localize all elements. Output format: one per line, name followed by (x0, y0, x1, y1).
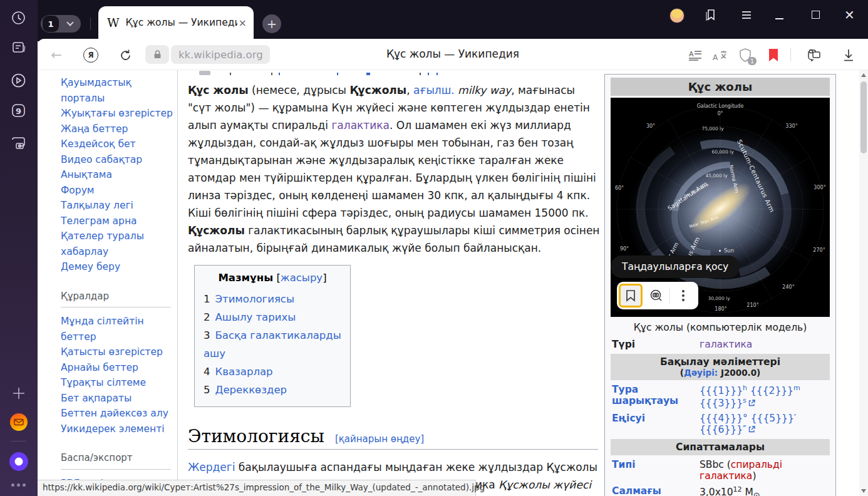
tab-strip: 1 W Құс жолы — Уикипедия × + ✕ (38, 0, 868, 41)
bookmark-active-icon[interactable] (765, 47, 782, 63)
toc-title: Мазмұны (218, 272, 273, 284)
scroll-up-arrow[interactable] (861, 73, 866, 77)
download-icon[interactable] (840, 47, 857, 63)
toc-item: 5Дереккөздер (204, 381, 341, 399)
tab-close-icon[interactable]: × (239, 17, 247, 29)
infobox-row-dec: Еңісуі {{{4}}}° {{{5}}}′ {{{6}}}″ (611, 411, 830, 437)
new-tab-button[interactable]: + (262, 14, 281, 33)
window-minimize-button[interactable] (775, 18, 783, 19)
section-heading-row: Этимологиясы [қайнарын өңдеу] (188, 426, 598, 450)
yandex-mail-icon[interactable] (10, 413, 28, 431)
visual-search-button[interactable] (643, 282, 669, 309)
address-url-field[interactable]: kk.wikipedia.org (171, 45, 270, 64)
nav-link[interactable]: Форум (61, 183, 177, 199)
galaxy-label: 270° (813, 247, 825, 253)
link-mass[interactable]: Салмағы (612, 485, 661, 496)
link-declination[interactable]: Еңісуі (612, 413, 645, 424)
nav-link[interactable]: Беттен дәйексөз алу (61, 406, 177, 421)
nav-link[interactable]: Жуықтағы өзгерістер (61, 106, 177, 121)
clipped-text-remnant (188, 70, 601, 76)
alice-assistant-icon[interactable] (9, 452, 28, 471)
link-galaxy[interactable]: галактика (331, 119, 390, 132)
nav-link[interactable]: Телеграм арна (61, 214, 177, 229)
galaxy-label: 60,000 ly (711, 149, 733, 155)
screenshot-icon[interactable] (10, 134, 27, 151)
collections-icon[interactable] (806, 47, 822, 63)
toc-link[interactable]: Басқа галактикаларды ашу (204, 329, 341, 359)
link-galaxy-type[interactable]: галактика (700, 339, 752, 350)
save-to-favorites-button[interactable] (617, 282, 643, 309)
notes-icon[interactable] (11, 40, 27, 56)
link-right-ascension[interactable]: Тура шарықтауы (612, 384, 678, 406)
nav-link[interactable]: Анықтама (61, 167, 177, 183)
galaxy-label: 0° (717, 111, 723, 116)
nav-link[interactable]: Қатысты өзгерістер (61, 344, 177, 360)
nav-link[interactable]: Арнайы беттер (61, 360, 177, 376)
menu-hamburger-icon[interactable] (740, 9, 753, 21)
tabs-count-badge[interactable]: 9 (11, 103, 26, 118)
nav-link[interactable]: Қателер туралы хабарлау (61, 229, 167, 259)
sidebar-more-dots-icon[interactable] (11, 483, 26, 487)
link-morphological-type[interactable]: Типі (612, 459, 635, 470)
tab-kus-zholy[interactable]: W Құс жолы — Уикипедия × (98, 6, 254, 41)
external-link-icon[interactable] (748, 426, 755, 433)
galaxy-label: 75,000 ly (701, 126, 723, 132)
tab-count-label: 9 (16, 106, 21, 116)
nav-link[interactable]: Кездейсоқ бет (61, 137, 177, 152)
bookmarks-flag-icon[interactable] (703, 8, 718, 23)
history-clock-icon[interactable] (11, 10, 26, 26)
edit-section-link[interactable]: [қайнарын өңдеу] (335, 433, 424, 445)
back-button[interactable]: ← (48, 47, 65, 63)
toc-item: 2Ашылу тарихы (204, 308, 341, 326)
refresh-button[interactable] (117, 47, 133, 63)
wikipedia-sidebar-nav: Қауымдастық порталы Жуықтағы өзгерістер … (38, 70, 178, 496)
nav-link[interactable]: Мұнда сілтейтін беттер (61, 314, 177, 344)
link-earth[interactable]: Жердегі (188, 461, 235, 473)
nav-section-tools: Құралдар (61, 289, 171, 308)
nav-link[interactable]: Тұрақты сілтеме (61, 375, 177, 391)
protect-shield-icon[interactable]: 1 (737, 47, 753, 63)
infobox-row-mass: Салмағы 3,0x1012 M⊙ (611, 483, 830, 496)
toc-link[interactable]: Дереккөздер (215, 384, 287, 396)
video-play-icon[interactable] (10, 72, 27, 89)
infobox-title: Құс жолы (611, 78, 830, 96)
page-scrollbar[interactable] (859, 70, 868, 496)
nav-link[interactable]: Бет ақпараты (61, 391, 177, 406)
more-options-button[interactable] (670, 282, 696, 309)
nav-link[interactable]: Демеу беру (61, 259, 177, 275)
nav-link[interactable]: Қауымдастық порталы (61, 75, 177, 106)
tab-group-pill[interactable]: 1 (41, 15, 81, 33)
link-english[interactable]: ағылш. (413, 84, 455, 96)
site-lock-icon[interactable] (145, 45, 169, 64)
translate-icon[interactable]: A (712, 47, 728, 63)
nav-link[interactable]: Видео сабақтар (61, 152, 177, 168)
toc-link[interactable]: Этимологиясы (215, 293, 294, 305)
link-epoch[interactable]: Дәуірі: (684, 368, 718, 378)
window-close-button[interactable]: ✕ (844, 8, 855, 23)
profile-avatar[interactable] (669, 8, 685, 23)
nav-link[interactable]: Талқылау легі (61, 198, 177, 214)
toc-hide-link[interactable]: жасыру (281, 272, 323, 284)
tab-group-count: 1 (43, 16, 59, 32)
galaxy-label: 240° (782, 284, 794, 290)
reader-mode-icon[interactable]: A (687, 47, 703, 63)
scroll-down-arrow[interactable] (861, 489, 866, 493)
article-main-column: Құс жолы (немесе, дұрысы Құсжолы, ағылш.… (188, 70, 601, 496)
sun-label: Sun (724, 247, 734, 254)
nav-link[interactable]: Уикидерек элементі (61, 421, 177, 437)
window-maximize-button[interactable] (812, 11, 820, 19)
infobox-caption: Құс жолы (компьютерлік модель) (611, 317, 830, 337)
toc-link[interactable]: Квазарлар (215, 366, 273, 378)
divider (90, 18, 91, 30)
scrollbar-thumb[interactable] (860, 81, 867, 153)
toc-item: 3Басқа галактикаларды ашу (204, 326, 341, 363)
galaxy-label: 30,000 ly (708, 296, 730, 301)
nav-link[interactable]: Жаңа беттер (61, 121, 177, 137)
external-link-icon[interactable] (748, 400, 755, 406)
toc-link[interactable]: Ашылу тарихы (215, 311, 296, 323)
yandex-home-button[interactable]: Я (83, 47, 99, 63)
add-panel-plus-icon[interactable] (11, 386, 26, 401)
divider (11, 441, 26, 442)
galaxy-label: 90° (620, 246, 629, 252)
wikipedia-w-icon: W (107, 16, 120, 29)
